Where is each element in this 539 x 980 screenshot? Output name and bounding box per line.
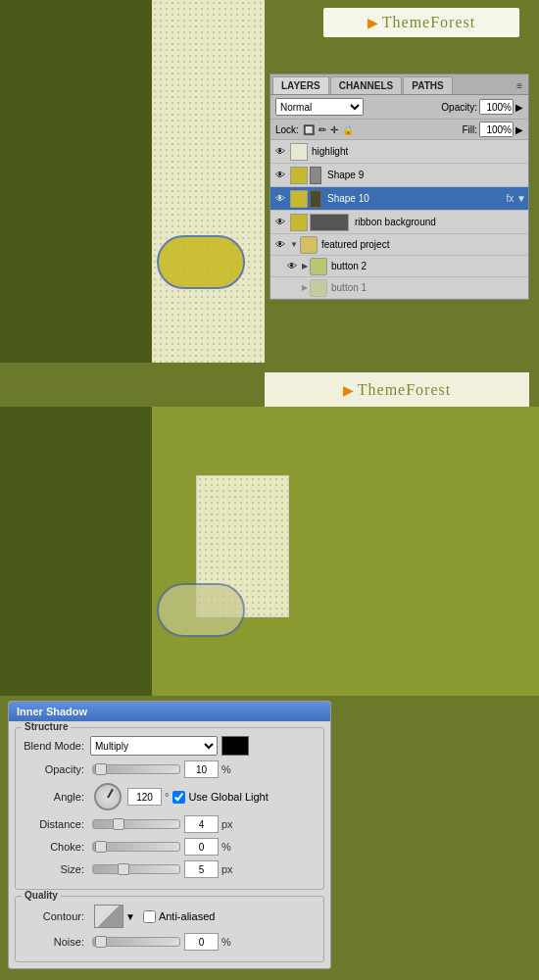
left-dark-strip [0,0,152,363]
fill-control: Fill: ▶ [462,122,523,137]
layer-thumb-featured [300,236,318,254]
layer-visibility-shape10[interactable]: 👁 [272,191,288,207]
distance-slider-thumb-is[interactable] [113,818,124,830]
layer-folder-featured[interactable]: 👁 ▼ featured project [270,234,528,256]
layer-thumb-shape10 [290,190,308,208]
tab-paths[interactable]: PATHS [403,76,452,94]
angle-value-is[interactable] [127,788,162,806]
layer-thumb-shape9 [290,167,308,184]
layer-visibility-button2[interactable]: 👁 [284,259,300,274]
choke-row-is: Choke: % [22,838,318,856]
distance-value-is[interactable] [184,815,219,833]
anti-alias-area: Anti-aliased [143,910,215,923]
layer-name-shape10: Shape 10 [325,193,505,204]
layers-list: 👁 highlight 👁 Shape 9 👁 Shape 10 fx ▼ 👁 … [270,140,528,299]
opacity-label: Opacity: [441,102,477,113]
layer-thumb-button1 [310,279,327,297]
layer-mask-shape9 [310,167,321,184]
themeforest-logo-mid: ▶ ThemeForest [265,372,529,407]
lock-icon[interactable]: 🔲 [303,124,315,135]
layer-visibility-ribbon[interactable]: 👁 [272,215,288,230]
opacity-input[interactable] [479,99,514,115]
angle-dial-is[interactable] [94,783,122,810]
opacity-unit-is: % [221,763,231,775]
brush-icon[interactable]: ✏ [318,124,326,135]
choke-value-is[interactable] [184,838,219,856]
tab-channels[interactable]: CHANNELS [330,76,403,94]
layer-row-ribbon[interactable]: 👁 ribbon background [270,211,528,234]
layer-visibility-featured[interactable]: 👁 [272,237,288,253]
layer-row-shape10[interactable]: 👁 Shape 10 fx ▼ [270,187,528,211]
layers-panel-menu[interactable]: ≡ [513,78,526,93]
opacity-value-is[interactable] [184,760,219,778]
opacity-control: Opacity: ▶ [441,99,523,115]
blend-color-swatch[interactable] [221,736,249,756]
size-value-is[interactable] [184,860,219,878]
distance-slider-is[interactable] [92,819,180,829]
blend-mode-select-is[interactable]: Multiply [90,736,218,756]
contour-label-is: Contour: [22,910,90,922]
layer-name-featured: featured project [319,239,526,250]
opacity-label-is: Opacity: [22,763,90,775]
noise-label-is: Noise: [22,936,90,948]
fill-arrow[interactable]: ▶ [515,124,523,135]
blend-mode-label: Blend Mode: [22,740,90,752]
size-row-is: Size: px [22,860,318,878]
distance-label-is: Distance: [22,818,90,830]
layer-thumb-button2 [310,258,327,275]
distance-row-is: Distance: px [22,815,318,833]
layer-row-highlight[interactable]: 👁 highlight [270,140,528,164]
size-unit-is: px [221,863,233,875]
global-light-checkbox[interactable] [172,791,185,804]
layer-folder-button1[interactable]: ▶ button 1 [270,277,528,299]
themeforest-logo-top: ▶ ThemeForest [323,8,519,37]
blend-mode-select[interactable]: Normal [275,98,364,116]
layer-visibility-highlight[interactable]: 👁 [272,144,288,160]
folder-arrow-featured[interactable]: ▼ [290,240,298,249]
themeforest-text-mid: ThemeForest [358,381,451,399]
global-light-area: Use Global Light [172,791,268,804]
tab-layers[interactable]: LAYERS [272,76,329,94]
distance-unit-is: px [221,818,233,830]
layer-name-shape9: Shape 9 [325,170,526,180]
contour-thumb-is[interactable] [94,905,123,928]
anti-alias-label: Anti-aliased [159,910,215,922]
layer-fx-shape10: fx ▼ [507,193,526,204]
pill-shape-mid [157,583,245,637]
fill-input[interactable] [479,122,514,137]
opacity-arrow[interactable]: ▶ [515,102,523,113]
layer-folder-button2[interactable]: 👁 ▶ button 2 [270,256,528,277]
layer-thumb-highlight [290,143,308,161]
structure-title: Structure [22,721,71,732]
inner-shadow-title: Inner Shadow [17,706,87,717]
opacity-slider-thumb-is[interactable] [95,763,107,775]
move-icon[interactable]: ✛ [330,124,338,135]
choke-unit-is: % [221,841,231,853]
layer-visibility-shape9[interactable]: 👁 [272,168,288,183]
layers-tab-bar: LAYERS CHANNELS PATHS ≡ [270,74,528,95]
opacity-slider-is[interactable] [92,764,180,774]
folder-arrow-button1[interactable]: ▶ [302,283,308,292]
themeforest-text-top: ThemeForest [382,14,475,31]
contour-arrow[interactable]: ▼ [125,911,135,922]
layer-row-shape9[interactable]: 👁 Shape 9 [270,164,528,187]
anti-alias-checkbox[interactable] [143,910,156,923]
themeforest-arrow-top: ▶ [368,15,378,30]
folder-arrow-button2[interactable]: ▶ [302,262,308,270]
layer-visibility-button1[interactable] [284,280,300,296]
layer-name-highlight: highlight [310,146,526,157]
quality-title: Quality [22,890,61,901]
size-slider-thumb-is[interactable] [118,863,129,875]
noise-slider-is[interactable] [92,937,180,947]
choke-slider-is[interactable] [92,842,180,852]
choke-slider-thumb-is[interactable] [95,841,107,853]
size-slider-is[interactable] [92,864,180,874]
noise-value-is[interactable] [184,933,219,951]
inner-shadow-panel: Inner Shadow Structure Blend Mode: Multi… [8,701,331,969]
padlock-icon[interactable]: 🔒 [342,124,354,135]
noise-slider-thumb-is[interactable] [95,936,107,948]
lock-label: Lock: [275,124,299,135]
noise-row-is: Noise: % [22,933,318,951]
layer-name-button1: button 1 [329,282,526,293]
layers-lock-row: Lock: 🔲 ✏ ✛ 🔒 Fill: ▶ [270,120,528,140]
